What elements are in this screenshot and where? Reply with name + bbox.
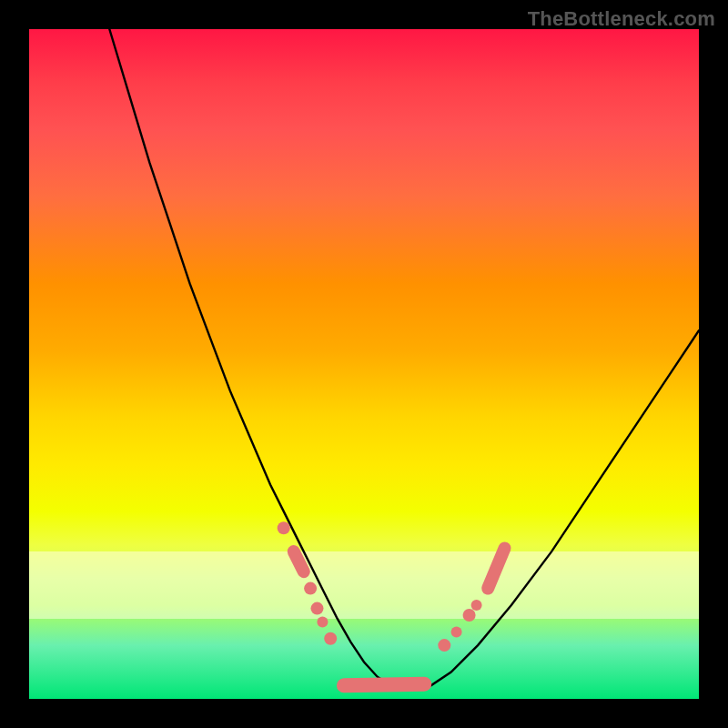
- marker-dot: [311, 602, 324, 615]
- marker-dot: [471, 600, 482, 611]
- marker-pill: [294, 551, 304, 571]
- marker-dot: [278, 521, 290, 534]
- bottleneck-curve: [109, 29, 699, 689]
- curve-group: [109, 29, 699, 689]
- chart-frame: TheBottleneck.com: [0, 0, 728, 728]
- marker-pill: [344, 684, 424, 685]
- marker-dot: [438, 639, 450, 652]
- marker-pill: [488, 548, 504, 588]
- marker-dot: [317, 616, 328, 627]
- marker-dot: [324, 632, 337, 645]
- plot-area: [29, 29, 699, 699]
- markers-valley: [344, 684, 424, 685]
- watermark-text: TheBottleneck.com: [528, 7, 715, 31]
- markers-left: [278, 521, 338, 645]
- marker-dot: [304, 582, 317, 595]
- markers-right: [438, 548, 504, 652]
- marker-dot: [463, 609, 476, 622]
- marker-dot: [451, 626, 462, 637]
- chart-svg: [29, 29, 699, 699]
